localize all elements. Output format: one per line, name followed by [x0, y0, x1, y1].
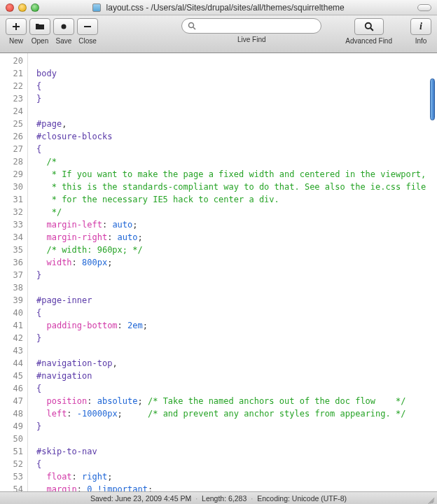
- open-button[interactable]: [29, 18, 50, 35]
- line-number: 45: [0, 370, 27, 382]
- line-number: 53: [0, 470, 27, 483]
- svg-point-2: [189, 23, 194, 28]
- line-number: 47: [0, 395, 27, 407]
- code-line: margin-left: auto;: [36, 218, 437, 231]
- line-number: 42: [0, 332, 27, 344]
- line-number: 20: [0, 55, 27, 67]
- line-number: 50: [0, 433, 27, 445]
- line-number: 38: [0, 281, 27, 294]
- magnifier-icon: [188, 22, 196, 30]
- folder-icon: [35, 22, 45, 31]
- code-content[interactable]: body{} #page,#closure-blocks{ /* * If yo…: [28, 53, 437, 491]
- code-line: }: [36, 332, 437, 344]
- line-number: 23: [0, 92, 27, 105]
- new-label: New: [6, 37, 27, 45]
- line-number: 25: [0, 118, 27, 130]
- code-line: float: right;: [36, 470, 437, 483]
- vertical-scrollbar-thumb[interactable]: [430, 78, 435, 120]
- line-number: 51: [0, 445, 27, 458]
- svg-point-4: [365, 23, 370, 29]
- line-number: 22: [0, 80, 27, 92]
- toolbar-file-group: New Open Save Close: [6, 18, 98, 45]
- code-line: left: -10000px; /* and prevent any ancho…: [36, 407, 437, 420]
- line-number: 33: [0, 218, 27, 231]
- status-bar: Saved: June 23, 2009 4:45 PM · Length: 6…: [0, 491, 437, 504]
- code-line: * If you want to make the page a fixed w…: [36, 168, 437, 181]
- line-number: 34: [0, 231, 27, 244]
- live-find-label: Live Find: [237, 36, 266, 43]
- dot-icon: [60, 23, 67, 30]
- line-number: 21: [0, 67, 27, 80]
- line-number: 40: [0, 307, 27, 319]
- svg-rect-1: [84, 26, 91, 27]
- line-number: 39: [0, 294, 27, 307]
- toolbar-toggle-button[interactable]: [417, 4, 431, 11]
- code-line: #page-inner: [36, 294, 437, 307]
- line-number: 26: [0, 130, 27, 143]
- code-line: [36, 281, 437, 294]
- advanced-find-button[interactable]: [354, 18, 384, 35]
- code-line: margin-right: auto;: [36, 231, 437, 244]
- info-group: i Info: [410, 18, 431, 45]
- titlebar-right: [417, 4, 437, 11]
- code-line: #page,: [36, 118, 437, 130]
- line-number: 36: [0, 256, 27, 269]
- plus-icon: [12, 22, 20, 31]
- code-line: width: 800px;: [36, 256, 437, 269]
- live-find-group: Live Find: [181, 18, 321, 43]
- line-number: 30: [0, 181, 27, 193]
- document-icon: [92, 4, 101, 12]
- info-label: Info: [415, 37, 427, 45]
- code-line: body: [36, 67, 437, 80]
- close-button[interactable]: [77, 18, 98, 35]
- line-number: 31: [0, 193, 27, 206]
- new-button[interactable]: [6, 18, 27, 35]
- svg-point-0: [62, 24, 67, 29]
- status-saved: Saved: June 23, 2009 4:45 PM: [90, 494, 191, 503]
- line-number: 43: [0, 344, 27, 357]
- code-line: * this is the standards-compliant way to…: [36, 181, 437, 193]
- line-number: 37: [0, 269, 27, 281]
- info-icon: i: [419, 21, 422, 32]
- toolbar: New Open Save Close Live Find Advanced F…: [0, 15, 437, 53]
- code-line: #navigation-top,: [36, 357, 437, 370]
- code-line: /*: [36, 155, 437, 168]
- zoom-window-button[interactable]: [31, 4, 39, 12]
- window-title-text: layout.css - /Users/al/Sites/drupal/site…: [106, 3, 345, 13]
- line-number: 27: [0, 143, 27, 155]
- save-button[interactable]: [53, 18, 74, 35]
- line-number: 32: [0, 206, 27, 218]
- code-line: }: [36, 420, 437, 433]
- info-button[interactable]: i: [410, 18, 431, 35]
- line-number: 48: [0, 407, 27, 420]
- line-number: 41: [0, 319, 27, 332]
- window-titlebar: layout.css - /Users/al/Sites/drupal/site…: [0, 0, 437, 15]
- code-line: padding-bottom: 2em;: [36, 319, 437, 332]
- line-number: 49: [0, 420, 27, 433]
- resize-grip[interactable]: [427, 494, 436, 503]
- minus-icon: [83, 22, 92, 31]
- code-line: [36, 344, 437, 357]
- save-label: Save: [53, 37, 74, 45]
- status-encoding: Encoding: Unicode (UTF-8): [257, 494, 347, 503]
- line-number: 28: [0, 155, 27, 168]
- code-line: [36, 105, 437, 118]
- line-number: 24: [0, 105, 27, 118]
- minimize-window-button[interactable]: [18, 4, 27, 12]
- live-find-input[interactable]: [181, 18, 321, 34]
- window-title: layout.css - /Users/al/Sites/drupal/site…: [0, 3, 437, 13]
- code-line: {: [36, 458, 437, 470]
- advanced-find-group: Advanced Find: [345, 18, 392, 45]
- line-number: 29: [0, 168, 27, 181]
- close-window-button[interactable]: [6, 4, 14, 12]
- line-number: 44: [0, 357, 27, 370]
- code-line: }: [36, 92, 437, 105]
- code-line: * for the necessary IE5 hack to center a…: [36, 193, 437, 206]
- editor-area: 2021222324252627282930313233343536373839…: [0, 53, 437, 491]
- close-label: Close: [77, 37, 98, 45]
- code-line: /* width: 960px; */: [36, 244, 437, 256]
- code-line: [36, 433, 437, 445]
- code-line: */: [36, 206, 437, 218]
- line-number-gutter: 2021222324252627282930313233343536373839…: [0, 53, 28, 491]
- code-line: {: [36, 143, 437, 155]
